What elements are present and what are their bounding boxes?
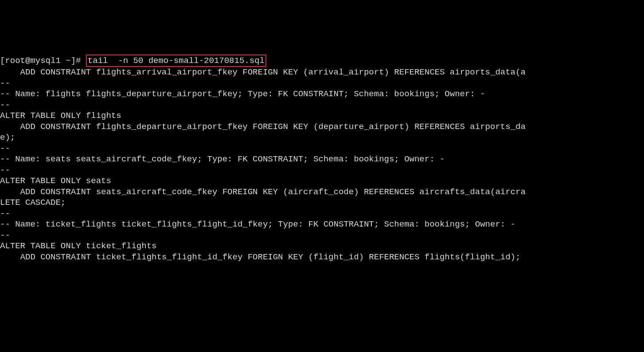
- output-line: -- Name: flights flights_departure_airpo…: [0, 89, 644, 100]
- output-line: e);: [0, 132, 644, 143]
- output-line: ADD CONSTRAINT flights_departure_airport…: [0, 121, 644, 133]
- output-line: --: [0, 165, 644, 176]
- output-line: ALTER TABLE ONLY ticket_flights: [0, 241, 644, 252]
- command-highlight: tail -n 50 demo-small-20170815.sql: [86, 55, 266, 67]
- terminal-window[interactable]: [root@mysql1 ~]# tail -n 50 demo-small-2…: [0, 55, 644, 263]
- output-line: --: [0, 143, 644, 154]
- output-line: --: [0, 78, 644, 89]
- output-line: --: [0, 208, 644, 219]
- output-line: ADD CONSTRAINT flights_arrival_airport_f…: [0, 67, 644, 78]
- output-line: -- Name: ticket_flights ticket_flights_f…: [0, 219, 644, 230]
- output-line: LETE CASCADE;: [0, 197, 644, 208]
- prompt-line: [root@mysql1 ~]# tail -n 50 demo-small-2…: [0, 55, 644, 67]
- output-line: -- Name: seats seats_aircraft_code_fkey;…: [0, 154, 644, 165]
- output-line: --: [0, 230, 644, 241]
- output-line: ALTER TABLE ONLY flights: [0, 110, 644, 121]
- output-line: ADD CONSTRAINT seats_aircraft_code_fkey …: [0, 187, 644, 198]
- output-line: ALTER TABLE ONLY seats: [0, 176, 644, 187]
- shell-prompt: [root@mysql1 ~]#: [0, 56, 86, 66]
- output-line: ADD CONSTRAINT ticket_flights_flight_id_…: [0, 252, 644, 263]
- output-line: --: [0, 100, 644, 111]
